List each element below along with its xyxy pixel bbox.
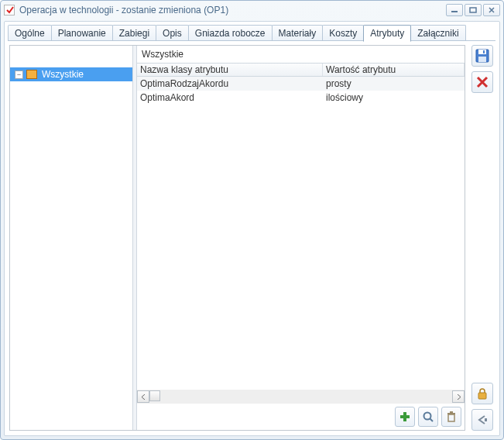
scroll-thumb[interactable] <box>149 390 160 401</box>
client-area: Ogólne Planowanie Zabiegi Opis Gniazda r… <box>4 21 500 436</box>
tab-gniazda[interactable]: Gniazda robocze <box>188 25 273 41</box>
tab-bar: Ogólne Planowanie Zabiegi Opis Gniazda r… <box>5 22 499 41</box>
list-caption-text: Wszystkie <box>142 49 183 60</box>
svg-line-7 <box>430 419 434 422</box>
app-window: Operacja w technologii - zostanie zmieni… <box>0 0 504 440</box>
list-caption: Wszystkie <box>137 46 465 63</box>
folder-icon <box>26 70 37 79</box>
delete-button[interactable] <box>441 407 461 427</box>
svg-point-6 <box>424 413 431 420</box>
tree[interactable]: − Wszystkie <box>10 67 132 430</box>
minimize-button[interactable] <box>446 4 463 16</box>
tree-pane: − Wszystkie <box>10 46 132 430</box>
maximize-button[interactable] <box>465 4 482 16</box>
close-button[interactable] <box>483 4 500 16</box>
cancel-button[interactable] <box>471 71 493 93</box>
svg-rect-14 <box>483 50 485 53</box>
svg-rect-8 <box>448 414 454 421</box>
tab-opis[interactable]: Opis <box>156 25 189 41</box>
svg-rect-0 <box>451 11 458 12</box>
main-area: − Wszystkie Wszystkie Nazwa klasy atrybu… <box>9 45 465 431</box>
tree-item-wszystkie[interactable]: − Wszystkie <box>10 67 132 81</box>
cell-value: ilościowy <box>323 91 465 105</box>
toolbar-spacer <box>471 98 493 378</box>
x-icon <box>476 76 489 88</box>
magnifier-icon <box>422 411 434 423</box>
svg-rect-12 <box>478 50 486 54</box>
tab-atrybuty[interactable]: Atrybuty <box>363 25 411 42</box>
grid-pane: Wszystkie Nazwa klasy atrybutu Wartość a… <box>137 46 465 404</box>
tree-expander[interactable]: − <box>15 70 23 79</box>
column-name[interactable]: Nazwa klasy atrybutu <box>137 64 323 76</box>
cell-name: OptimaAkord <box>137 91 323 105</box>
tab-ogolne[interactable]: Ogólne <box>8 25 52 41</box>
search-button[interactable] <box>418 407 438 427</box>
grid-footer <box>137 404 465 430</box>
svg-rect-15 <box>478 393 486 399</box>
lock-icon <box>476 387 489 400</box>
trash-icon <box>445 411 458 423</box>
tab-zabiegi[interactable]: Zabiegi <box>112 25 156 41</box>
grid-header: Nazwa klasy atrybutu Wartość atrybutu <box>137 63 465 77</box>
titlebar: Operacja w technologii - zostanie zmieni… <box>1 1 503 19</box>
svg-rect-9 <box>447 413 455 414</box>
arrow-left-icon <box>476 414 489 426</box>
save-button[interactable] <box>471 45 493 67</box>
scroll-right-button[interactable] <box>452 390 465 403</box>
svg-rect-13 <box>478 57 486 62</box>
tab-planowanie[interactable]: Planowanie <box>51 25 113 41</box>
cell-value: prosty <box>323 77 465 91</box>
window-title: Operacja w technologii - zostanie zmieni… <box>19 5 444 15</box>
horizontal-scrollbar[interactable] <box>137 390 465 404</box>
floppy-icon <box>475 49 489 63</box>
plus-icon <box>399 411 411 423</box>
lock-button[interactable] <box>471 383 493 404</box>
svg-rect-5 <box>400 415 410 418</box>
svg-rect-16 <box>485 418 487 421</box>
tab-body: − Wszystkie Wszystkie Nazwa klasy atrybu… <box>9 45 495 431</box>
tab-materialy[interactable]: Materiały <box>272 25 324 41</box>
attribute-grid[interactable]: Nazwa klasy atrybutu Wartość atrybutu Op… <box>137 63 465 390</box>
history-button[interactable] <box>471 409 493 431</box>
cell-name: OptimaRodzajAkordu <box>137 77 323 91</box>
svg-rect-10 <box>450 411 453 413</box>
tree-item-label: Wszystkie <box>42 69 84 80</box>
tab-zalaczniki[interactable]: Załączniki <box>410 25 465 41</box>
chevron-right-icon <box>456 394 461 400</box>
column-value[interactable]: Wartość atrybutu <box>323 64 465 76</box>
scroll-left-button[interactable] <box>137 390 149 403</box>
table-row[interactable]: OptimaAkord ilościowy <box>137 91 465 105</box>
scroll-track[interactable] <box>149 390 452 403</box>
table-row[interactable]: OptimaRodzajAkordu prosty <box>137 77 465 91</box>
tab-koszty[interactable]: Koszty <box>322 25 364 41</box>
add-button[interactable] <box>395 407 415 427</box>
chevron-left-icon <box>141 394 146 400</box>
side-toolbar <box>470 45 495 431</box>
app-icon <box>4 5 15 15</box>
svg-rect-1 <box>470 8 476 12</box>
